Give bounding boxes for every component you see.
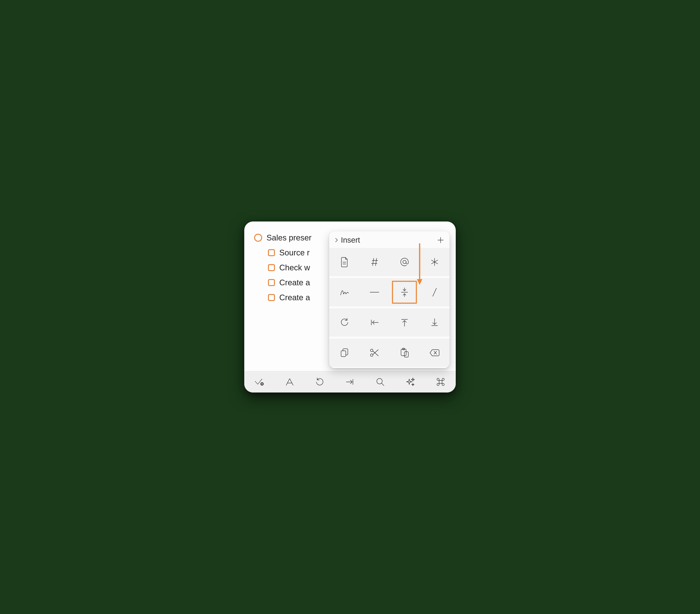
at-icon bbox=[399, 257, 410, 267]
app-window: Sales preser Source r Check w Create a C… bbox=[244, 222, 456, 392]
horizontal-rule-icon bbox=[369, 290, 380, 294]
ai-button[interactable] bbox=[405, 377, 415, 387]
insert-divider-button[interactable] bbox=[359, 278, 389, 306]
indent-icon bbox=[345, 378, 355, 386]
insert-slash-button[interactable] bbox=[420, 278, 450, 306]
svg-point-10 bbox=[377, 378, 382, 384]
outline-child-label: Source r bbox=[279, 248, 310, 257]
sparkle-icon bbox=[405, 377, 415, 387]
check-add-button[interactable] bbox=[254, 377, 264, 387]
circle-bullet-icon bbox=[254, 234, 262, 242]
chevron-right-icon bbox=[334, 237, 339, 243]
insert-group bbox=[329, 339, 450, 367]
insert-fold-button[interactable] bbox=[389, 278, 420, 306]
checkbox-icon[interactable] bbox=[268, 249, 275, 256]
insert-group bbox=[329, 309, 450, 336]
slash-icon bbox=[431, 288, 438, 297]
checkbox-icon[interactable] bbox=[268, 264, 275, 271]
undo-icon bbox=[315, 378, 324, 386]
svg-point-0 bbox=[403, 260, 406, 264]
checkbox-icon[interactable] bbox=[268, 279, 275, 286]
move-down-button[interactable] bbox=[420, 309, 450, 336]
plus-icon[interactable] bbox=[437, 236, 445, 244]
move-to-start-icon bbox=[370, 319, 379, 326]
bottom-toolbar bbox=[244, 371, 456, 392]
insert-at-button[interactable] bbox=[389, 248, 420, 276]
search-icon bbox=[376, 377, 385, 387]
insert-document-button[interactable] bbox=[329, 248, 359, 276]
svg-rect-4 bbox=[401, 349, 406, 356]
search-button[interactable] bbox=[375, 377, 385, 387]
check-add-icon bbox=[254, 378, 264, 386]
redo-button[interactable] bbox=[329, 309, 359, 336]
cut-button[interactable] bbox=[359, 339, 389, 366]
redo-icon bbox=[340, 318, 349, 327]
delete-button[interactable] bbox=[420, 339, 450, 366]
insert-group bbox=[329, 248, 450, 276]
move-up-icon bbox=[400, 318, 409, 327]
copy-icon bbox=[340, 348, 349, 358]
insert-panel: Insert bbox=[329, 231, 450, 368]
copy-button[interactable] bbox=[329, 339, 359, 366]
insert-scribble-button[interactable] bbox=[329, 278, 359, 306]
indent-button[interactable] bbox=[345, 377, 355, 387]
fold-icon bbox=[400, 287, 409, 297]
command-button[interactable] bbox=[436, 377, 446, 387]
command-icon bbox=[436, 377, 445, 387]
outline-child-label: Create a bbox=[279, 293, 310, 302]
text-style-icon bbox=[285, 378, 294, 386]
scribble-icon bbox=[339, 288, 349, 297]
undo-button[interactable] bbox=[315, 377, 325, 387]
hash-icon bbox=[370, 257, 379, 267]
svg-point-2 bbox=[371, 349, 373, 352]
insert-asterisk-button[interactable] bbox=[420, 248, 450, 276]
svg-point-3 bbox=[371, 354, 373, 356]
insert-group bbox=[329, 278, 450, 306]
outline-parent-label: Sales preser bbox=[266, 233, 312, 242]
paste-button[interactable] bbox=[389, 339, 420, 366]
insert-hash-button[interactable] bbox=[359, 248, 389, 276]
checkbox-icon[interactable] bbox=[268, 294, 275, 301]
text-style-button[interactable] bbox=[285, 377, 295, 387]
insert-panel-header: Insert bbox=[329, 231, 450, 248]
move-start-button[interactable] bbox=[359, 309, 389, 336]
outline-child-label: Create a bbox=[279, 278, 310, 287]
insert-panel-title: Insert bbox=[341, 236, 360, 245]
move-up-button[interactable] bbox=[389, 309, 420, 336]
cut-icon bbox=[370, 348, 379, 357]
move-down-icon bbox=[430, 318, 439, 327]
document-icon bbox=[340, 257, 349, 267]
delete-icon bbox=[429, 349, 440, 356]
outline-child-label: Check w bbox=[279, 263, 310, 272]
insert-panel-back[interactable]: Insert bbox=[334, 236, 360, 245]
paste-icon bbox=[400, 348, 410, 358]
svg-rect-1 bbox=[341, 351, 346, 356]
asterisk-icon bbox=[430, 257, 439, 267]
